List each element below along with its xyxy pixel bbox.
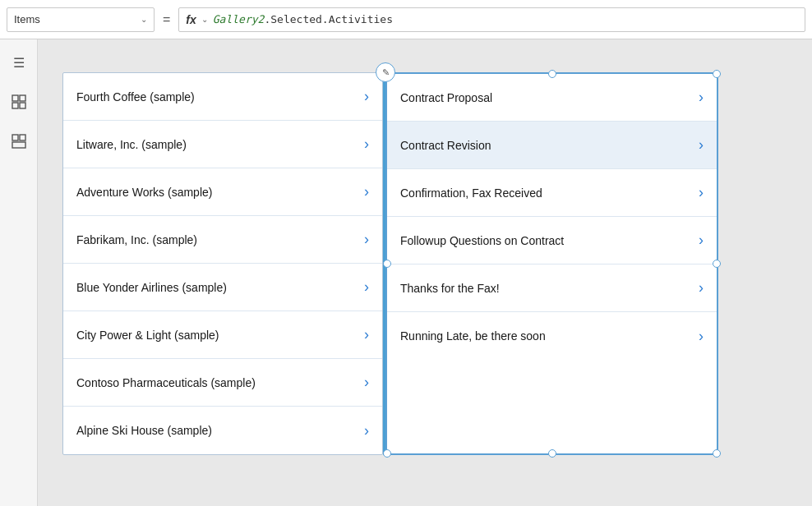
chevron-right-icon: › xyxy=(364,326,369,343)
chevron-right-icon: › xyxy=(699,184,704,201)
gallery-left: Fourth Coffee (sample) › Litware, Inc. (… xyxy=(62,72,383,455)
formula-text: Gallery2.Selected.Activities xyxy=(213,13,393,25)
gallery-left-item[interactable]: Fourth Coffee (sample) › xyxy=(63,73,382,121)
handle-bottom-right[interactable] xyxy=(713,449,721,458)
gallery-left-item[interactable]: Adventure Works (sample) › xyxy=(63,168,382,216)
formula-bar[interactable]: fx ⌄ Gallery2.Selected.Activities xyxy=(178,7,805,32)
gallery-left-item-label: Fabrikam, Inc. (sample) xyxy=(76,233,197,246)
chevron-right-icon: › xyxy=(364,231,369,248)
chevron-right-icon: › xyxy=(699,89,704,106)
gallery-left-items: Fourth Coffee (sample) › Litware, Inc. (… xyxy=(63,73,382,454)
chevron-right-icon: › xyxy=(364,136,369,153)
gallery-left-item[interactable]: City Power & Light (sample) › xyxy=(63,311,382,359)
svg-rect-6 xyxy=(12,142,25,148)
chevron-right-icon: › xyxy=(699,136,704,154)
gallery-left-item-label: Fourth Coffee (sample) xyxy=(76,90,195,104)
gallery-right-item-label: Contract Proposal xyxy=(400,91,492,104)
chevron-right-icon: › xyxy=(364,183,369,200)
svg-rect-1 xyxy=(20,95,25,101)
gallery-right-item[interactable]: Thanks for the Fax! › xyxy=(387,264,717,312)
handle-bottom-left[interactable] xyxy=(383,449,391,458)
hamburger-icon[interactable]: ☰ xyxy=(9,53,29,72)
gallery-right-item-label: Followup Questions on Contract xyxy=(400,234,564,247)
gallery-left-item[interactable]: Blue Yonder Airlines (sample) › xyxy=(63,264,382,311)
layers-icon[interactable] xyxy=(9,92,29,112)
handle-middle-right[interactable] xyxy=(713,260,721,268)
chevron-right-icon: › xyxy=(364,278,369,296)
gallery-right-item[interactable]: Followup Questions on Contract › xyxy=(387,217,717,264)
formula-green-part: Gallery2 xyxy=(213,13,265,25)
chevron-right-icon: › xyxy=(364,374,369,391)
chevron-right-icon: › xyxy=(699,328,704,345)
gallery-left-item-label: Adventure Works (sample) xyxy=(76,186,212,199)
gallery-left-item-label: Alpine Ski House (sample) xyxy=(76,424,212,437)
chevron-right-icon: › xyxy=(699,232,704,249)
handle-top-center[interactable] xyxy=(548,70,556,78)
fx-icon: fx xyxy=(186,13,196,26)
equals-sign: = xyxy=(159,12,173,27)
svg-rect-2 xyxy=(12,103,18,108)
top-bar: Items ⌄ = fx ⌄ Gallery2.Selected.Activit… xyxy=(0,0,812,39)
chevron-down-icon: ⌄ xyxy=(141,15,147,24)
property-selector-label: Items xyxy=(14,13,134,25)
gallery-right-item[interactable]: Contract Proposal › xyxy=(387,74,717,122)
gallery-left-item[interactable]: Contoso Pharmaceuticals (sample) › xyxy=(63,359,382,407)
handle-top-right[interactable] xyxy=(713,70,721,78)
chevron-right-icon: › xyxy=(699,279,704,297)
gallery-right-item[interactable]: Contract Revision › xyxy=(387,122,717,169)
svg-rect-0 xyxy=(12,95,18,101)
gallery-right-item-label: Confirmation, Fax Received xyxy=(400,186,542,200)
sidebar: ☰ xyxy=(0,39,38,506)
galleries-container: Fourth Coffee (sample) › Litware, Inc. (… xyxy=(62,72,787,455)
svg-rect-3 xyxy=(20,103,25,108)
chevron-right-icon: › xyxy=(364,88,369,105)
gallery-right: ✎ Contract Proposal › Contract Revision … xyxy=(385,72,718,455)
edit-handle[interactable]: ✎ xyxy=(376,62,395,82)
gallery-right-item-label: Contract Revision xyxy=(400,139,491,152)
gallery-left-item-label: City Power & Light (sample) xyxy=(76,329,219,342)
gallery-right-item[interactable]: Running Late, be there soon › xyxy=(387,312,717,360)
components-icon[interactable] xyxy=(9,131,29,151)
formula-suffix: .Selected.Activities xyxy=(264,13,393,25)
gallery-right-item[interactable]: Confirmation, Fax Received › xyxy=(387,169,717,217)
gallery-right-items: Contract Proposal › Contract Revision › … xyxy=(387,74,717,360)
chevron-right-icon: › xyxy=(364,422,369,439)
gallery-right-item-label: Thanks for the Fax! xyxy=(400,282,500,295)
svg-rect-5 xyxy=(20,135,25,140)
handle-bottom-center[interactable] xyxy=(548,449,556,458)
gallery-left-item-label: Blue Yonder Airlines (sample) xyxy=(76,281,227,294)
main-area: ☰ Fourth Coffee (sample) › xyxy=(0,39,812,506)
gallery-left-item[interactable]: Alpine Ski House (sample) › xyxy=(63,407,382,454)
gallery-left-item-label: Litware, Inc. (sample) xyxy=(76,138,187,151)
handle-middle-left[interactable] xyxy=(383,260,391,268)
gallery-left-item[interactable]: Fabrikam, Inc. (sample) › xyxy=(63,216,382,264)
gallery-right-item-label: Running Late, be there soon xyxy=(400,329,546,343)
fx-chevron-icon: ⌄ xyxy=(201,15,208,24)
gallery-left-item[interactable]: Litware, Inc. (sample) › xyxy=(63,121,382,168)
property-selector[interactable]: Items ⌄ xyxy=(7,7,155,32)
svg-rect-4 xyxy=(12,135,18,140)
gallery-left-item-label: Contoso Pharmaceuticals (sample) xyxy=(76,376,256,389)
canvas: Fourth Coffee (sample) › Litware, Inc. (… xyxy=(38,39,812,506)
